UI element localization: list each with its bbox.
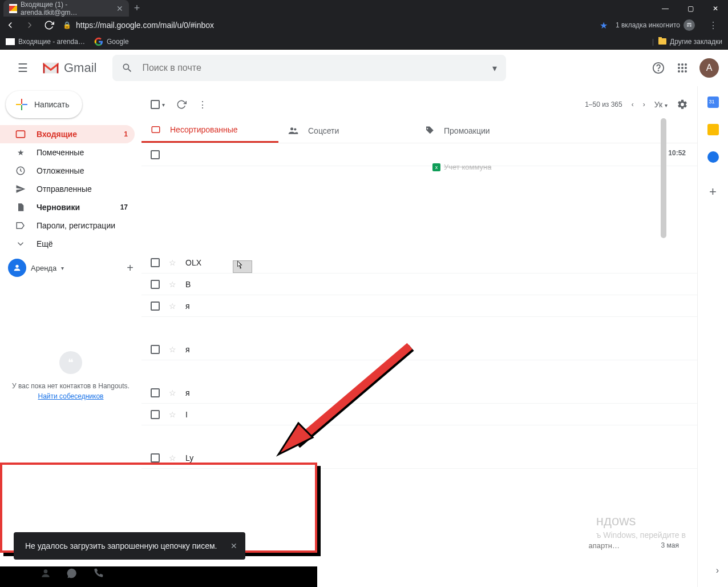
side-panel: + › bbox=[697, 86, 728, 587]
row-checkbox[interactable] bbox=[151, 345, 160, 354]
tab-primary[interactable]: Несортированные bbox=[141, 118, 278, 143]
sheets-icon: x bbox=[432, 163, 440, 171]
search-bar[interactable]: ▾ bbox=[112, 55, 506, 81]
attachment-chip[interactable]: xУчет коммуна bbox=[432, 163, 491, 171]
minimize-button[interactable]: — bbox=[653, 0, 678, 17]
select-all-checkbox[interactable]: ▾ bbox=[151, 100, 165, 109]
sent-icon bbox=[15, 183, 26, 195]
maximize-button[interactable]: ▢ bbox=[678, 0, 703, 17]
collapse-panel-button[interactable]: › bbox=[716, 565, 719, 576]
reload-button[interactable] bbox=[43, 20, 55, 30]
browser-tab[interactable]: Входящие (1) - arenda.itkit@gm… ✕ bbox=[3, 0, 129, 17]
nav-count: 1 bbox=[124, 130, 128, 138]
nav-sent[interactable]: Отправленные bbox=[0, 180, 135, 198]
nav-inbox[interactable]: Входящие 1 bbox=[0, 125, 135, 143]
row-checkbox[interactable] bbox=[151, 453, 160, 463]
email-row[interactable]: ☆я bbox=[141, 339, 697, 360]
tab-title: Входящие (1) - arenda.itkit@gm… bbox=[21, 1, 113, 17]
tasks-addon-icon[interactable] bbox=[707, 151, 719, 163]
star-icon[interactable]: ☆ bbox=[169, 280, 176, 289]
bookmark-inbox[interactable]: Входящие - arenda… bbox=[6, 38, 85, 46]
calendar-addon-icon[interactable] bbox=[707, 97, 719, 108]
browser-menu-button[interactable]: ⋮ bbox=[703, 20, 723, 31]
star-icon[interactable]: ☆ bbox=[169, 410, 176, 419]
row-checkbox[interactable] bbox=[151, 410, 160, 419]
email-row[interactable]: ☆I bbox=[141, 404, 697, 425]
compose-button[interactable]: Написать bbox=[6, 91, 82, 118]
svg-point-11 bbox=[681, 70, 683, 73]
search-input[interactable] bbox=[142, 63, 483, 73]
star-icon[interactable]: ☆ bbox=[169, 345, 176, 354]
url-field[interactable]: 🔒 https://mail.google.com/mail/u/0/#inbo… bbox=[63, 21, 592, 30]
phone-icon[interactable] bbox=[92, 568, 104, 579]
email-row[interactable]: ☆В bbox=[141, 274, 697, 295]
tab-social[interactable]: Соцсети bbox=[278, 118, 415, 143]
browser-chrome: Входящие (1) - arenda.itkit@gm… ✕ + — ▢ … bbox=[0, 0, 728, 50]
email-row[interactable]: ☆Ly bbox=[141, 447, 697, 469]
hangouts-chat-icon[interactable] bbox=[66, 568, 78, 579]
pagination-range: 1–50 из 365 bbox=[585, 100, 622, 108]
hangouts-find-link[interactable]: Найти собеседников bbox=[38, 392, 104, 400]
tab-label: Соцсети bbox=[308, 126, 339, 135]
hangouts-header[interactable]: Аренда ▾ + bbox=[0, 253, 141, 283]
bookmark-star-icon[interactable]: ★ bbox=[600, 20, 608, 31]
row-checkbox[interactable] bbox=[151, 150, 160, 159]
search-dropdown-icon[interactable]: ▾ bbox=[492, 63, 497, 74]
nav-label: Ещё bbox=[37, 239, 53, 248]
star-icon[interactable]: ☆ bbox=[169, 258, 176, 267]
bookmark-label: Google bbox=[107, 38, 129, 46]
email-row[interactable] bbox=[141, 143, 697, 166]
email-row[interactable]: ☆OLX bbox=[141, 252, 697, 274]
star-icon[interactable]: ☆ bbox=[169, 388, 176, 397]
hangouts-empty-message: У вас пока нет контактов в Hangouts. Най… bbox=[0, 381, 141, 401]
close-icon[interactable]: ✕ bbox=[116, 4, 123, 13]
cursor-pointer-icon bbox=[233, 260, 252, 273]
other-bookmarks[interactable]: Другие закладки bbox=[658, 38, 722, 46]
more-actions-button[interactable]: ⋮ bbox=[198, 99, 207, 110]
avatar[interactable]: А bbox=[699, 58, 719, 78]
back-button[interactable] bbox=[5, 20, 16, 30]
settings-gear-icon[interactable] bbox=[677, 99, 688, 110]
folder-icon bbox=[658, 38, 666, 45]
hangouts-add-button[interactable]: + bbox=[127, 262, 134, 275]
svg-point-4 bbox=[678, 63, 680, 66]
email-list: 10:52 xУчет коммуна ☆OLX ☆В ☆я ☆я ☆я ☆I … bbox=[141, 143, 697, 587]
row-checkbox[interactable] bbox=[151, 301, 160, 311]
incognito-badge[interactable]: 1 вкладка инкогнито bbox=[616, 19, 695, 31]
row-checkbox[interactable] bbox=[151, 388, 160, 397]
new-tab-button[interactable]: + bbox=[129, 2, 145, 14]
menu-button[interactable]: ☰ bbox=[9, 61, 37, 75]
refresh-button[interactable] bbox=[176, 99, 187, 110]
scrollbar-thumb[interactable] bbox=[661, 118, 666, 238]
add-addon-button[interactable]: + bbox=[709, 184, 717, 199]
window-controls: — ▢ ✕ bbox=[653, 0, 728, 17]
keep-addon-icon[interactable] bbox=[707, 124, 719, 135]
next-page-button[interactable]: › bbox=[643, 100, 645, 108]
input-language[interactable]: Ук ▾ bbox=[654, 100, 668, 109]
gmail-logo[interactable]: Gmail bbox=[41, 61, 96, 75]
nav-drafts[interactable]: Черновики 17 bbox=[0, 198, 135, 216]
nav-passwords[interactable]: Пароли, регистрации bbox=[0, 216, 135, 235]
email-row[interactable]: ☆я bbox=[141, 295, 697, 317]
bookmark-google[interactable]: Google bbox=[94, 37, 129, 46]
contacts-icon[interactable] bbox=[40, 568, 51, 579]
row-checkbox[interactable] bbox=[151, 280, 160, 289]
email-row[interactable]: ☆я bbox=[141, 382, 697, 404]
drafts-icon bbox=[15, 202, 26, 213]
nav-more[interactable]: Ещё bbox=[0, 235, 135, 253]
forward-button[interactable] bbox=[24, 20, 35, 30]
nav-snoozed[interactable]: Отложенные bbox=[0, 162, 135, 180]
row-checkbox[interactable] bbox=[151, 258, 160, 267]
prev-page-button[interactable]: ‹ bbox=[632, 100, 634, 108]
hangouts-footer bbox=[40, 568, 104, 579]
tab-promotions[interactable]: Промоакции bbox=[415, 118, 552, 143]
close-icon[interactable]: ✕ bbox=[230, 541, 237, 550]
nav-starred[interactable]: ★ Помеченные bbox=[0, 143, 135, 162]
hangouts-avatar bbox=[8, 259, 26, 277]
star-icon[interactable]: ☆ bbox=[169, 453, 176, 463]
close-window-button[interactable]: ✕ bbox=[703, 0, 728, 17]
inbox-icon bbox=[15, 128, 26, 140]
help-icon[interactable] bbox=[652, 61, 665, 75]
apps-grid-icon[interactable] bbox=[676, 61, 689, 75]
star-icon[interactable]: ☆ bbox=[169, 301, 176, 311]
